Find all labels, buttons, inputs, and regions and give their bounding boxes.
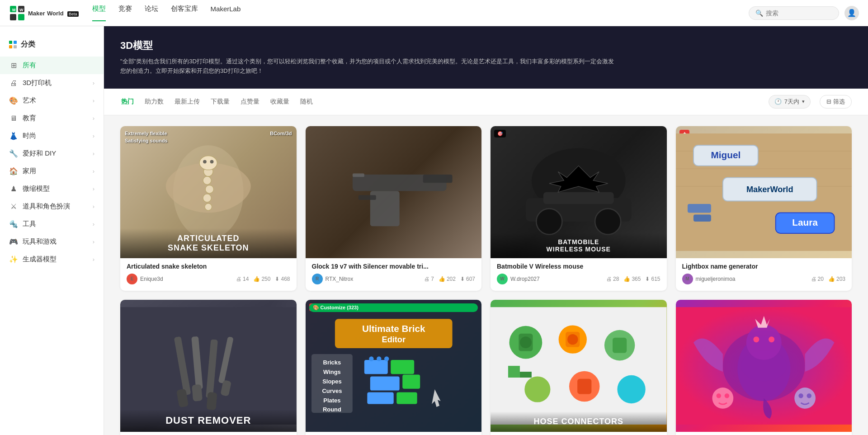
sidebar-item-generators[interactable]: ✨ 生成器模型 › [0,251,104,268]
svg-point-87 [724,393,729,398]
sidebar-item-art[interactable]: 🎨 艺术 › [0,92,104,109]
card-brick-thumb: ✦ 🎨 Customize (323) Ultimate Brick Edito… [306,300,482,432]
tools-icon: 🔩 [9,220,18,228]
card-dust-thumb: Dust remover [120,300,297,432]
nav-contest[interactable]: 竞赛 [118,5,132,21]
card-glock-meta: R RTX_Nitrox 🖨 7 👍 202 ⬇ 607 [312,274,476,284]
sidebar-item-home[interactable]: 🏠 家用 › [0,162,104,180]
sidebar-item-printer[interactable]: 🖨 3D打印机 › [0,74,104,92]
svg-text:Editor: Editor [382,335,405,344]
svg-point-22 [536,208,562,234]
sidebar-item-hobby[interactable]: 🔧 爱好和 DIY › [0,145,104,162]
clock-icon: 🕐 [774,98,782,105]
card-brick[interactable]: ✦ 🎨 Customize (323) Ultimate Brick Edito… [306,300,482,435]
glock-avatar: R [312,274,323,284]
nav-makerlab[interactable]: MakerLab [211,5,241,21]
logo-icon: M W [9,5,25,21]
card-batman-title: Batmobile V Wireless mouse [497,263,660,270]
svg-text:Wings: Wings [323,369,341,375]
user-avatar[interactable]: 👤 [844,6,859,20]
svg-rect-58 [370,376,399,390]
nav-forum[interactable]: 论坛 [145,5,158,21]
hobby-icon: 🔧 [9,149,18,158]
svg-marker-65 [432,389,440,407]
tab-hot[interactable]: 热门 [120,96,135,108]
hose-overlay: hose connectors [491,411,667,432]
lightbox-stats: 🖨 20 👍 203 [811,276,845,282]
sidebar-item-label-fashion: 时尚 [23,132,36,140]
svg-point-62 [369,356,373,361]
batman-likes: 👍 365 [623,276,641,282]
card-dragon-thumb [676,300,852,432]
sidebar-item-all[interactable]: ⊞ 所有 [0,57,104,74]
card-lightbox[interactable]: ✦ Miguel MakerWorld [676,126,852,291]
svg-rect-24 [543,192,614,204]
batman-prints: 🖨 28 [606,276,619,282]
tab-favorites[interactable]: 收藏量 [269,96,290,108]
card-hose[interactable]: hose connectors hose connectors H HoseDe… [491,300,667,435]
card-batman-info: Batmobile V Wireless mouse W W.drop2027 … [491,258,667,291]
svg-point-86 [716,393,721,398]
svg-point-64 [384,356,388,361]
tab-boost[interactable]: 助力数 [144,96,165,108]
snake-avatar: E [127,274,137,284]
sidebar-item-tools[interactable]: 🔩 工具 › [0,215,104,233]
tab-random[interactable]: 随机 [299,96,314,108]
home-icon: 🏠 [9,167,18,175]
tab-newest[interactable]: 最新上传 [174,96,201,108]
logo-area[interactable]: M W Maker World Beta [9,5,79,21]
card-dust[interactable]: Dust remover Dust remover D DustUser 🖨 1… [120,300,297,435]
chevron-icon-edu: › [93,115,94,122]
glock-downloads: ⬇ 607 [460,276,475,282]
search-input[interactable] [766,9,832,17]
sidebar-item-toys[interactable]: 🎮 玩具和游戏 › [0,233,104,251]
svg-rect-2 [10,14,16,20]
sidebar-item-label-hobby: 爱好和 DIY [23,149,56,158]
sidebar-item-props[interactable]: ⚔ 道具和角色扮演 › [0,198,104,215]
tab-downloads[interactable]: 下载量 [210,96,231,108]
search-box[interactable]: 🔍 [749,6,839,20]
svg-rect-44 [206,392,217,410]
svg-point-82 [746,325,781,360]
tab-likes[interactable]: 点赞量 [240,96,260,108]
svg-rect-18 [358,195,376,199]
filter-button[interactable]: ⊟ 筛选 [820,95,852,109]
svg-rect-3 [18,14,24,20]
logo-text: Maker World Beta [28,9,79,17]
lightbox-username: migueljeronimoa [696,276,808,282]
sidebar-item-education[interactable]: 🖥 教育 › [0,109,104,127]
svg-rect-77 [577,378,591,394]
card-dragon[interactable]: Dragon collection D DragonArtist 🖨 22 👍 … [676,300,852,435]
fashion-icon: 👗 [9,132,18,140]
sidebar-item-fashion[interactable]: 👗 时尚 › [0,127,104,145]
sidebar-section-title: 分类 [0,35,104,57]
toys-icon: 🎮 [9,237,18,246]
sidebar-item-miniature[interactable]: ♟ 微缩模型 › [0,180,104,198]
glock-prints: 🖨 7 [424,276,434,282]
time-filter[interactable]: 🕐 7天内 ▾ [769,95,811,109]
card-dust-info: Dust remover D DustUser 🖨 10 👍 180 ⬇ 320 [120,432,297,435]
card-batman[interactable]: 🎯 BATMOBILEWIRELESS MOUSE [491,126,667,291]
nav-models[interactable]: 模型 [92,5,106,21]
chevron-icon-props: › [93,203,94,210]
svg-text:M: M [12,8,16,12]
chevron-icon-hobby: › [93,150,94,157]
svg-point-90 [807,393,811,398]
svg-rect-59 [402,374,420,388]
svg-point-12 [199,156,217,170]
svg-text:Round: Round [322,406,341,413]
lightbox-prints: 🖨 20 [811,276,824,282]
card-snake[interactable]: Extremely flexible Satisfying sounds BCo… [120,126,297,291]
chevron-icon-art: › [93,97,94,104]
nav-creator-store[interactable]: 创客宝库 [171,5,198,21]
svg-point-72 [567,334,578,345]
chevron-icon-home: › [93,168,94,175]
lightbox-svg: Miguel MakerWorld Laura [676,126,852,258]
glock-likes: 👍 202 [439,276,456,282]
generators-icon: ✨ [9,255,18,264]
svg-text:MakerWorld: MakerWorld [746,185,793,194]
card-brick-info: Ultimate Brick Editor B BrickMaker 🖨 35 … [306,432,482,435]
svg-point-63 [377,356,381,361]
snake-prints: 🖨 14 [236,276,249,282]
card-glock[interactable]: Glock 19 v7 with Silencer movable tri...… [306,126,482,291]
